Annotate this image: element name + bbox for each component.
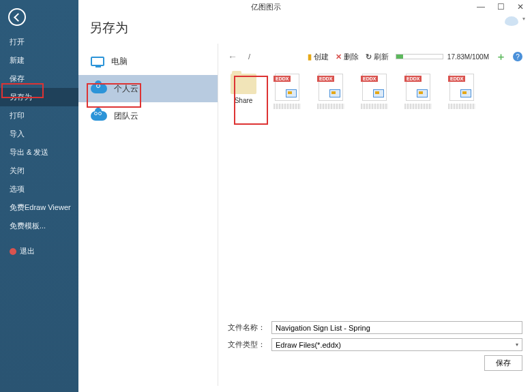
sidebar-item-save[interactable]: 保存 [0, 70, 78, 88]
sidebar-item-export[interactable]: 导出 & 发送 [0, 143, 78, 162]
sidebar-item-options[interactable]: 选项 [0, 180, 78, 198]
file-label [274, 104, 301, 109]
location-label: 电脑 [111, 56, 128, 67]
file-label [317, 104, 344, 109]
main-panel: 另存为 电脑 个人云 团队云 ← / ▮创建 ✕删除 ↻刷新 [78, 0, 532, 392]
save-form: 文件名称： 文件类型： Edraw Files(*.eddx) 保存 [228, 321, 522, 371]
close-button[interactable]: ✕ [517, 2, 524, 12]
filename-input[interactable] [271, 321, 522, 334]
location-personal-cloud[interactable]: 个人云 [78, 75, 218, 102]
location-label: 个人云 [114, 83, 138, 95]
filename-label: 文件名称： [228, 322, 266, 333]
sidebar-item-viewer[interactable]: 免费Edraw Viewer [0, 198, 78, 217]
user-avatar[interactable] [505, 16, 518, 26]
location-team-cloud[interactable]: 团队云 [78, 102, 218, 130]
delete-button[interactable]: ✕删除 [336, 52, 359, 62]
sidebar-item-print[interactable]: 打印 [0, 106, 78, 125]
sidebar-item-templates[interactable]: 免费模板... [0, 217, 78, 235]
sidebar-item-open[interactable]: 打开 [0, 33, 78, 51]
sidebar-item-close[interactable]: 关闭 [0, 162, 78, 180]
eddx-icon [362, 74, 387, 101]
eddx-icon [449, 74, 474, 101]
file-label: Share [235, 97, 253, 104]
file-item[interactable] [271, 74, 303, 109]
folder-plus-icon: ▮ [308, 52, 312, 61]
file-label [404, 104, 432, 109]
file-item[interactable] [446, 74, 477, 109]
location-computer[interactable]: 电脑 [78, 48, 218, 75]
file-item[interactable] [402, 74, 434, 109]
sidebar: 打开 新建 保存 另存为 打印 导入 导出 & 发送 关闭 选项 免费Edraw… [0, 0, 78, 392]
folder-icon [231, 74, 256, 94]
personal-cloud-icon [91, 84, 107, 93]
save-button[interactable]: 保存 [484, 355, 522, 371]
file-grid: Share [228, 74, 522, 109]
add-storage-button[interactable]: ＋ [496, 50, 506, 63]
sidebar-item-new[interactable]: 新建 [0, 51, 78, 70]
eddx-icon [319, 74, 343, 101]
location-label: 团队云 [114, 110, 138, 122]
storage-quota: 17.83M/100M [396, 53, 489, 61]
folder-share[interactable]: Share [228, 74, 259, 109]
team-cloud-icon [91, 111, 107, 121]
filetype-label: 文件类型： [228, 340, 266, 350]
nav-back-icon[interactable]: ← [228, 51, 237, 62]
eddx-icon [275, 74, 299, 101]
titlebar: 亿图图示 — ☐ ✕ [0, 0, 532, 14]
maximize-button[interactable]: ☐ [497, 2, 505, 12]
sidebar-item-exit[interactable]: 退出 [0, 242, 78, 260]
file-item[interactable] [359, 74, 390, 109]
x-icon: ✕ [336, 52, 342, 61]
quota-bar [396, 54, 443, 59]
minimize-button[interactable]: — [477, 2, 485, 12]
file-label [361, 104, 388, 109]
file-label [448, 104, 475, 109]
refresh-icon: ↻ [366, 52, 372, 61]
computer-icon [91, 57, 104, 66]
file-explorer: ← / ▮创建 ✕删除 ↻刷新 17.83M/100M ＋ ? Share [218, 44, 532, 386]
sidebar-item-saveas[interactable]: 另存为 [0, 88, 78, 106]
window-title: 亿图图示 [251, 2, 281, 12]
eddx-icon [406, 74, 430, 101]
breadcrumb[interactable]: / [248, 52, 250, 61]
help-button[interactable]: ? [513, 52, 522, 61]
filetype-select[interactable]: Edraw Files(*.eddx) [271, 338, 522, 351]
file-item[interactable] [315, 74, 346, 109]
quota-text: 17.83M/100M [447, 53, 489, 61]
create-button[interactable]: ▮创建 [308, 52, 329, 62]
sidebar-item-import[interactable]: 导入 [0, 125, 78, 143]
location-list: 电脑 个人云 团队云 [78, 44, 218, 386]
explorer-toolbar: ← / ▮创建 ✕删除 ↻刷新 17.83M/100M ＋ ? [228, 49, 522, 64]
refresh-button[interactable]: ↻刷新 [366, 52, 389, 62]
